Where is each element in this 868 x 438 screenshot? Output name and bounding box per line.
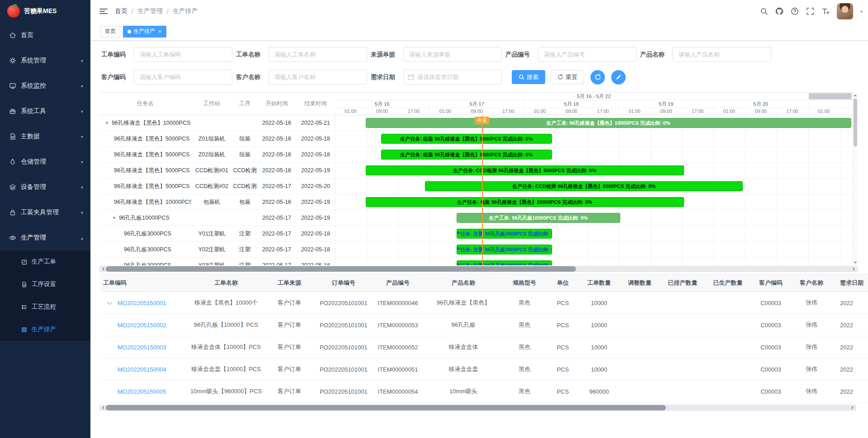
order-code-link[interactable]: MO202205150003 xyxy=(118,344,166,351)
search-button[interactable]: 搜索 xyxy=(512,70,545,84)
gantt-bar-task[interactable]: 生产任务: CCD检测 96孔移液盒【黑色】5000PCS 完成比例: 0% xyxy=(425,181,743,191)
source-doc-input[interactable] xyxy=(403,47,502,62)
chevron-down-icon: ▾ xyxy=(81,210,83,215)
timeline-scroll-placeholder[interactable] xyxy=(809,93,852,99)
edit-square-icon xyxy=(21,259,28,265)
filter-row-2: 客户编码 客户名称 需求日期 搜索 重置 xyxy=(101,70,868,85)
font-size-icon[interactable] xyxy=(821,7,830,15)
filter-row-1: 工单编码 工单名称 来源单据 产品编号 产品名称 xyxy=(101,47,868,62)
gantt-bar-task[interactable]: 生产任务: 组装 96孔移液盒【黑色】5000PCS 完成比例: 0% xyxy=(381,134,552,144)
sidebar-subitem-production-scheduling[interactable]: 生产排产 xyxy=(0,318,90,341)
tab-home[interactable]: 首页 xyxy=(100,26,120,38)
scroll-left-arrow-icon[interactable] xyxy=(99,266,106,272)
tab-production-scheduling[interactable]: 生产排产 × xyxy=(123,26,166,38)
order-code-link[interactable]: MO202205150005 xyxy=(118,388,166,395)
breadcrumb-production-management[interactable]: 生产管理 xyxy=(137,7,163,15)
order-code-link[interactable]: MO202205150001 xyxy=(118,300,166,306)
gantt-timeline: 5月 16 - 5月 22 5月 16 5月 17 5月 18 5月 19 5月… xyxy=(335,92,853,265)
sidebar-subitem-process-settings[interactable]: 工序设置 xyxy=(0,273,90,296)
gantt-bar-task[interactable]: 生产任务: 组装 96孔移液盒【黑色】5000PCS 完成比例: 0% xyxy=(381,150,552,160)
breadcrumb-production-scheduling: 生产排产 xyxy=(173,7,198,15)
sidebar-submenu-production: 生产工单 工序设置 工艺流程 生产排产 xyxy=(0,250,90,341)
work-order-name-input[interactable] xyxy=(269,47,367,62)
gantt-task-row[interactable]: 96孔移液盒【黑色】5000PCS CCD检测#01 CCD检测 2022-05… xyxy=(99,163,335,179)
gantt-task-row[interactable]: 96孔移液盒【黑色】5000PCS Z01组装机 组装 2022-05-16 2… xyxy=(99,131,335,147)
expand-chevron-icon[interactable] xyxy=(107,300,112,305)
gantt-task-row[interactable]: ▼96孔孔板10000PCS 2022-05-17 2022-05-19 xyxy=(99,210,335,226)
scrollbar-thumb[interactable] xyxy=(106,266,576,272)
customer-name-input[interactable] xyxy=(269,70,367,85)
sidebar-item-master-data[interactable]: 主数据▾ xyxy=(0,124,90,149)
sidebar-item-system-management[interactable]: 系统管理▾ xyxy=(0,48,90,73)
sidebar-item-warehouse-management[interactable]: 仓储管理▾ xyxy=(0,149,90,174)
scrollbar-thumb[interactable] xyxy=(854,99,857,146)
demand-date-input[interactable] xyxy=(403,70,502,85)
gantt-vertical-scrollbar[interactable] xyxy=(853,92,858,265)
gantt-task-row[interactable]: 96孔移液盒【黑色】10000PCS 包装机 包装 2022-05-16 202… xyxy=(99,194,335,210)
gantt-bar-work-order[interactable]: 生产工单: 96孔孔板10000PCS 完成比例: 0% xyxy=(457,213,620,223)
scrollbar-thumb[interactable] xyxy=(106,405,666,410)
gantt-bar-task[interactable]: 生产任务: 包装 96孔移液盒【黑色】10000PCS 完成比例: 0% xyxy=(366,197,684,207)
sidebar-item-fixture-management[interactable]: 工装夹具管理▾ xyxy=(0,200,90,225)
sidebar-subitem-production-order[interactable]: 生产工单 xyxy=(0,250,90,273)
help-icon[interactable] xyxy=(791,7,799,15)
gantt-bar-work-order[interactable]: 生产工单: 96孔移液盒【黑色】10000PCS 完成比例: 0% xyxy=(366,118,851,128)
order-row[interactable]: MO202205150003 移液盒盒体【10000】PCS 客户订单 PO20… xyxy=(100,336,868,358)
search-icon[interactable] xyxy=(760,7,768,15)
work-order-code-input[interactable] xyxy=(134,47,232,62)
filter-work-order-name: 工单名称 xyxy=(236,47,367,62)
filter-product-name: 产品名称 xyxy=(640,47,771,62)
edit-button[interactable] xyxy=(611,70,626,85)
orders-horizontal-scrollbar[interactable] xyxy=(99,405,856,411)
sidebar-item-production-management[interactable]: 生产管理▴ xyxy=(0,225,90,250)
sidebar-item-equipment-management[interactable]: 设备管理▾ xyxy=(0,174,90,200)
order-code-link[interactable]: MO202205150002 xyxy=(118,322,166,329)
gantt-bar-task[interactable]: 生产任务: CCD检测 96孔移液盒【黑色】5000PCS 完成比例: 0% xyxy=(366,165,684,175)
gantt-task-row[interactable]: 96孔孔板3000PCS Y01注塑机 注塑 2022-05-17 2022-0… xyxy=(99,226,335,242)
order-row[interactable]: MO202205150001 移液盒【黑色】10000个 客户订单 PO2022… xyxy=(100,292,868,314)
gantt-task-row[interactable]: 96孔移液盒【黑色】5000PCS Z02组装机 组装 2022-05-16 2… xyxy=(99,147,335,163)
sidebar-item-system-tools[interactable]: 系统工具▾ xyxy=(0,99,90,124)
active-dot-icon xyxy=(127,30,131,33)
github-icon[interactable] xyxy=(775,7,783,15)
product-code-input[interactable] xyxy=(538,47,637,62)
gantt-bar-task[interactable]: 生产任务: 注塑 96孔孔板3000PCS 完成比例: 0% xyxy=(457,245,552,254)
customer-code-input[interactable] xyxy=(134,70,232,85)
gantt-task-table: 任务名 工作站 工序 开始时间 结束时间 ▼96孔移液盒【黑色】10000PCS… xyxy=(99,92,335,265)
order-row[interactable]: MO202205150002 96孔孔板【10000】PCS 客户订单 PO20… xyxy=(100,314,868,336)
reset-button[interactable]: 重置 xyxy=(551,70,584,84)
refresh-gantt-button[interactable] xyxy=(590,70,605,85)
filter-customer-code: 客户编码 xyxy=(101,70,232,85)
filter-demand-date: 需求日期 xyxy=(371,70,502,85)
collapse-arrow-icon[interactable]: ▼ xyxy=(112,216,116,220)
document-icon xyxy=(9,133,16,140)
order-row[interactable]: MO202205150005 10mm吸头【960000】PCS 客户订单 PO… xyxy=(100,381,868,403)
sidebar-subitem-process-flow[interactable]: 工艺流程 xyxy=(0,296,90,318)
scroll-left-arrow-icon[interactable] xyxy=(99,405,106,411)
chevron-down-icon: ▾ xyxy=(81,109,83,114)
scroll-up-arrow-icon[interactable] xyxy=(853,92,858,98)
gantt-task-row[interactable]: 96孔移液盒【黑色】5000PCS CCD检测#02 CCD检测 2022-05… xyxy=(99,179,335,194)
sidebar-item-home[interactable]: 首页 xyxy=(0,23,90,48)
order-row[interactable]: MO202205150004 移液盒盒盖【10000】PCS 客户订单 PO20… xyxy=(100,358,868,381)
gantt-task-row[interactable]: ▼96孔移液盒【黑色】10000PCS 2022-05-16 2022-05-2… xyxy=(99,115,335,131)
sidebar-item-system-monitor[interactable]: 系统监控▾ xyxy=(0,73,90,99)
gantt-task-row[interactable]: 96孔孔板3000PCS Y03注塑机 注塑 2022-05-17 2022-0… xyxy=(99,258,335,265)
collapse-arrow-icon[interactable]: ▼ xyxy=(105,121,109,125)
product-name-input[interactable] xyxy=(673,47,771,62)
order-code-link[interactable]: MO202205150004 xyxy=(118,366,166,373)
gantt-bar-task[interactable]: 生产任务: 注塑 96孔孔板3000PCS 完成比例: 0% xyxy=(457,229,552,239)
fullscreen-icon[interactable] xyxy=(806,7,814,15)
gantt-bar-task[interactable]: 生产任务: 注塑 96孔孔板3000PCS 完成比例: 0% xyxy=(457,260,552,265)
hamburger-icon[interactable] xyxy=(99,8,108,15)
gantt-horizontal-scrollbar[interactable] xyxy=(99,266,858,272)
chevron-down-icon[interactable]: ▾ xyxy=(860,9,863,14)
close-icon[interactable]: × xyxy=(158,28,162,34)
scroll-right-arrow-icon[interactable] xyxy=(850,405,856,411)
scroll-right-arrow-icon[interactable] xyxy=(851,266,858,272)
scroll-down-arrow-icon[interactable] xyxy=(853,260,858,265)
avatar[interactable] xyxy=(837,3,853,19)
breadcrumb-separator: / xyxy=(167,8,169,15)
breadcrumb-home[interactable]: 首页 xyxy=(115,7,127,15)
gantt-task-row[interactable]: 96孔孔板3000PCS Y02注塑机 注塑 2022-05-17 2022-0… xyxy=(99,242,335,258)
